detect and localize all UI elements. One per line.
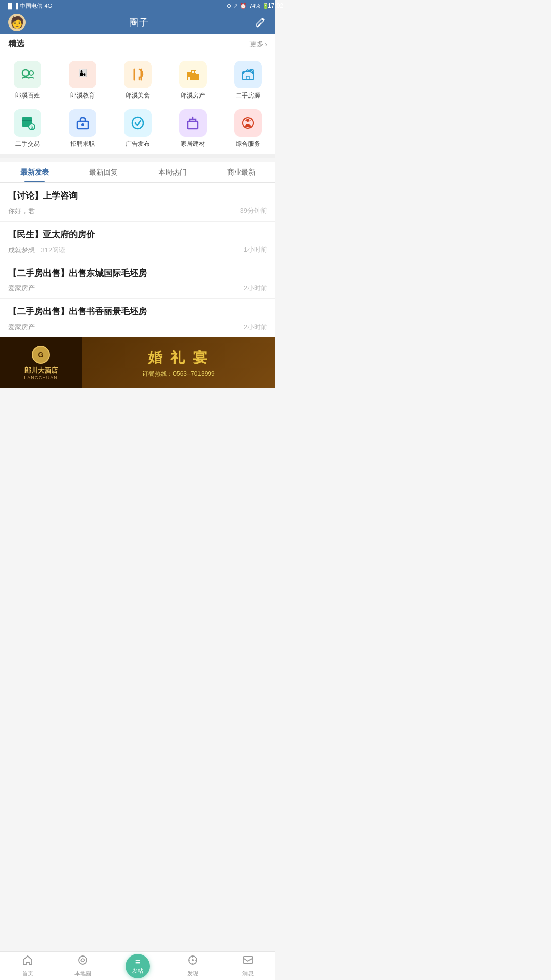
icon-circle-langxi-meishi	[124, 61, 152, 88]
more-button[interactable]: 更多 ›	[249, 40, 267, 49]
svg-point-1	[22, 70, 29, 76]
post-list: 【讨论】上学咨询 你好，君 39分钟前 【民生】亚太府的房价 成就梦想 312阅…	[0, 183, 276, 337]
divider-1	[0, 154, 276, 158]
featured-section-header: 精选 更多 ›	[0, 34, 276, 53]
ad-hotel-name: 郎川大酒店	[24, 366, 58, 375]
header: 🧑 圈子	[0, 11, 276, 34]
svg-text:2: 2	[251, 69, 253, 74]
icon-label-langxi-meishi: 郎溪美食	[126, 91, 150, 100]
carrier-label: 中国电信	[20, 2, 42, 10]
icon-circle-jiaju-jiancai	[179, 109, 207, 137]
status-left: ▐▌▐ 中国电信 4G	[6, 2, 52, 10]
post-meta-post-3: 爱家房产 2小时前	[8, 283, 267, 293]
battery-label: 74%	[249, 3, 260, 9]
post-author-post-3: 爱家房产	[8, 284, 35, 292]
svg-text:$: $	[30, 125, 33, 130]
tab-business-latest[interactable]: 商业最新	[207, 162, 276, 182]
icon-item-zonghe-fuwu[interactable]: 综合服务	[220, 106, 276, 152]
icon-grid: 郎溪百姓 👨‍👧 郎溪教育 郎溪美食 郎溪房产 2 二手房源 $ 二手交易 招聘…	[0, 53, 276, 154]
edit-icon	[255, 17, 266, 28]
svg-rect-18	[22, 120, 32, 121]
icon-label-langxi-baixing: 郎溪百姓	[15, 91, 40, 100]
status-bar: ▐▌▐ 中国电信 4G 17:02 ⊕ ↗ ⏰ 74% 🔋	[0, 0, 276, 11]
svg-rect-12	[195, 71, 196, 73]
svg-point-27	[246, 119, 249, 122]
ad-subtitle: 订餐热线：0563--7013999	[142, 370, 214, 378]
tab-weekly-hot[interactable]: 本周热门	[138, 162, 207, 182]
featured-title: 精选	[8, 39, 24, 50]
bottom-spacer	[0, 388, 276, 419]
chevron-right-icon: ›	[265, 40, 267, 48]
post-title-post-4: 【二手房出售】出售书香丽景毛坯房	[8, 306, 267, 318]
icon-label-ershou-fangyuan: 二手房源	[236, 91, 260, 100]
icon-item-langxi-baixing[interactable]: 郎溪百姓	[0, 58, 55, 103]
ad-right: 婚 礼 宴 订餐热线：0563--7013999	[82, 344, 276, 382]
avatar-icon: 🧑	[10, 16, 24, 29]
icon-label-langxi-jiaoyu: 郎溪教育	[70, 91, 95, 100]
tab-latest-reply[interactable]: 最新回复	[69, 162, 138, 182]
network-label: 4G	[44, 3, 52, 9]
icon-circle-ershou-fangyuan: 2	[234, 61, 262, 88]
signal-icon: ▐▌▐	[6, 3, 18, 9]
svg-text:👨‍👧: 👨‍👧	[79, 69, 88, 78]
post-time-post-1: 39分钟前	[240, 206, 267, 215]
icon-item-langxi-meishi[interactable]: 郎溪美食	[110, 58, 165, 103]
svg-point-2	[29, 71, 33, 75]
icon-label-zhaopin-qiuzhi: 招聘求职	[70, 140, 95, 149]
icon-circle-zonghe-fuwu	[234, 109, 262, 137]
svg-rect-14	[246, 76, 249, 80]
post-title-post-2: 【民生】亚太府的房价	[8, 229, 267, 241]
icon-circle-ershou-jiaoyi: $	[14, 109, 41, 137]
icon-circle-langxi-baixing	[14, 61, 41, 88]
icon-item-langxi-fangchan[interactable]: 郎溪房产	[165, 58, 220, 103]
icon-item-langxi-jiaoyu[interactable]: 👨‍👧 郎溪教育	[55, 58, 110, 103]
icon-item-jiaju-jiancai[interactable]: 家居建材	[165, 106, 220, 152]
post-time-post-4: 2小时前	[244, 323, 267, 332]
post-item-post-3[interactable]: 【二手房出售】出售东城国际毛坯房 爱家房产 2小时前	[0, 260, 276, 299]
post-title-post-1: 【讨论】上学咨询	[8, 190, 267, 202]
icon-item-zhaopin-qiuzhi[interactable]: 招聘求职	[55, 106, 110, 152]
icon-circle-zhaopin-qiuzhi	[69, 109, 96, 137]
tab-bar: 最新发表最新回复本周热门商业最新	[0, 162, 276, 183]
post-time-post-2: 1小时前	[244, 245, 267, 254]
avatar[interactable]: 🧑	[8, 14, 26, 31]
edit-button[interactable]	[253, 15, 267, 30]
icon-circle-langxi-fangchan	[179, 61, 207, 88]
icon-label-ershou-jiaoyi: 二手交易	[15, 140, 40, 149]
post-author-post-4: 爱家房产	[8, 323, 35, 331]
header-title: 圈子	[129, 16, 149, 29]
svg-point-22	[81, 123, 84, 126]
icon-circle-langxi-jiaoyu: 👨‍👧	[69, 61, 96, 88]
arrow-icon: ↗	[233, 3, 238, 9]
svg-rect-9	[196, 74, 199, 80]
ad-banner[interactable]: G 郎川大酒店 LANGCHUAN 婚 礼 宴 订餐热线：0563--70139…	[0, 337, 276, 388]
post-item-post-2[interactable]: 【民生】亚太府的房价 成就梦想 312阅读 1小时前	[0, 222, 276, 260]
time-label: 17:02	[268, 2, 276, 9]
alarm-icon: ⏰	[240, 3, 247, 9]
icon-label-zonghe-fuwu: 综合服务	[236, 140, 260, 149]
ad-hotel-sub: LANGCHUAN	[24, 375, 58, 380]
icon-item-ershou-jiaoyi[interactable]: $ 二手交易	[0, 106, 55, 152]
post-author-post-1: 你好，君	[8, 207, 35, 215]
post-meta-post-4: 爱家房产 2小时前	[8, 322, 267, 332]
svg-rect-24	[188, 121, 198, 129]
post-meta-post-2: 成就梦想 312阅读 1小时前	[8, 245, 267, 255]
icon-item-guanggao-fabu[interactable]: 广告发布	[110, 106, 165, 152]
ad-left: G 郎川大酒店 LANGCHUAN	[0, 337, 82, 388]
post-author-post-2: 成就梦想	[8, 246, 35, 254]
post-title-post-3: 【二手房出售】出售东城国际毛坯房	[8, 267, 267, 280]
post-item-post-4[interactable]: 【二手房出售】出售书香丽景毛坯房 爱家房产 2小时前	[0, 299, 276, 337]
ad-logo: G	[32, 346, 50, 364]
post-reads-post-2: 312阅读	[41, 246, 65, 254]
svg-rect-10	[188, 77, 190, 80]
post-item-post-1[interactable]: 【讨论】上学咨询 你好，君 39分钟前	[0, 183, 276, 222]
icon-item-ershou-fangyuan[interactable]: 2 二手房源	[220, 58, 276, 103]
icon-label-jiaju-jiancai: 家居建材	[181, 140, 205, 149]
icon-circle-guanggao-fabu	[124, 109, 152, 137]
post-meta-post-1: 你好，君 39分钟前	[8, 206, 267, 216]
tab-latest-post[interactable]: 最新发表	[0, 162, 69, 182]
icon-label-langxi-fangchan: 郎溪房产	[181, 91, 205, 100]
post-time-post-3: 2小时前	[244, 284, 267, 293]
svg-rect-11	[192, 71, 194, 73]
svg-point-23	[132, 117, 143, 129]
